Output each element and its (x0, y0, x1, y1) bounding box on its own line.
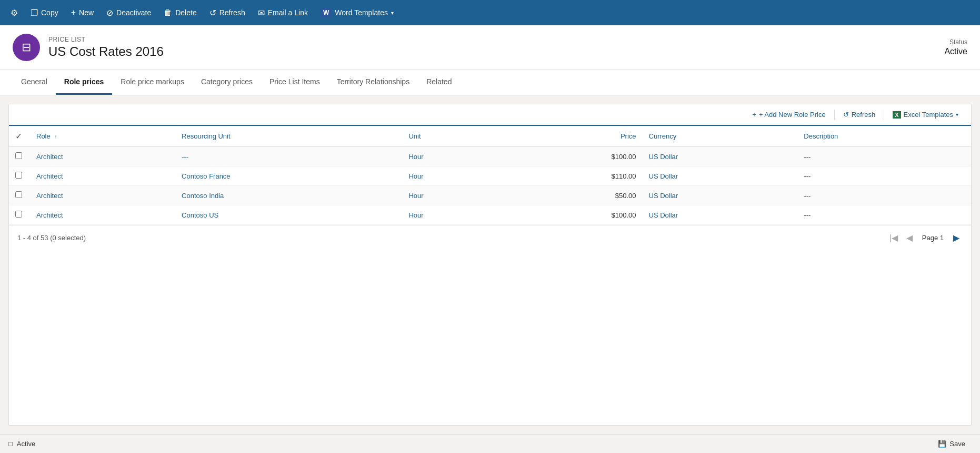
copy-icon: ❐ (31, 8, 38, 18)
status-value: Active (944, 47, 967, 56)
word-icon: W (321, 8, 332, 17)
excel-label: Excel Templates (904, 111, 953, 119)
excel-templates-btn[interactable]: X Excel Templates ▾ (888, 109, 963, 121)
th-check: ✓ (9, 126, 30, 147)
row-price-3: $100.00 (504, 205, 643, 225)
page-label: Page 1 (918, 234, 948, 242)
data-table: ✓ Role ↑ Resourcing Unit Unit Price (9, 126, 971, 225)
toolbar-new-btn[interactable]: + New (65, 0, 100, 25)
entity-name: US Cost Rates 2016 (48, 44, 164, 59)
row-role-1[interactable]: Architect (30, 166, 175, 186)
status-bar-icon: □ (8, 440, 13, 448)
row-check-2[interactable] (9, 186, 30, 205)
row-description-0: --- (797, 147, 971, 166)
row-unit-1[interactable]: Hour (402, 166, 504, 186)
excel-icon: X (893, 111, 901, 119)
toolbar-delete-btn[interactable]: 🗑 Delete (157, 0, 203, 25)
excel-dropdown-icon: ▾ (956, 112, 958, 117)
table-row[interactable]: Architect --- Hour $100.00 US Dollar --- (9, 147, 971, 166)
row-unit-0[interactable]: Hour (402, 147, 504, 166)
th-currency[interactable]: Currency (643, 126, 798, 147)
status-label: Status (944, 38, 967, 46)
toolbar-word-btn[interactable]: W Word Templates ▾ (314, 0, 400, 25)
th-price[interactable]: Price (504, 126, 643, 147)
row-check-0[interactable] (9, 147, 30, 166)
row-resourcing-unit-3[interactable]: Contoso US (175, 205, 402, 225)
email-icon: ✉ (258, 8, 265, 18)
save-button[interactable]: 💾 Save (932, 438, 972, 450)
row-check-1[interactable] (9, 166, 30, 186)
row-unit-2[interactable]: Hour (402, 186, 504, 205)
th-resourcing-unit[interactable]: Resourcing Unit (175, 126, 402, 147)
toolbar-email-btn[interactable]: ✉ Email a Link (252, 0, 314, 25)
table-refresh-btn[interactable]: ↺ Refresh (839, 109, 880, 121)
row-role-2[interactable]: Architect (30, 186, 175, 205)
delete-icon: 🗑 (164, 8, 172, 17)
main-content: + + Add New Role Price ↺ Refresh X Excel… (0, 95, 980, 434)
th-unit[interactable]: Unit (402, 126, 504, 147)
table-header-row: ✓ Role ↑ Resourcing Unit Unit Price (9, 126, 971, 147)
word-dropdown-icon: ▾ (391, 10, 394, 16)
th-role[interactable]: Role ↑ (30, 126, 175, 147)
row-resourcing-unit-2[interactable]: Contoso India (175, 186, 402, 205)
toolbar-separator-2 (884, 110, 884, 120)
row-unit-3[interactable]: Hour (402, 205, 504, 225)
tab-territory-relationships[interactable]: Territory Relationships (328, 70, 418, 95)
th-description[interactable]: Description (797, 126, 971, 147)
tabs-area: General Role prices Role price markups C… (0, 70, 980, 95)
row-checkbox-3[interactable] (15, 211, 22, 218)
delete-label: Delete (175, 8, 196, 17)
status-bar-left: □ Active (8, 440, 35, 448)
table-row[interactable]: Architect Contoso France Hour $110.00 US… (9, 166, 971, 186)
new-label: New (79, 8, 94, 17)
tab-related[interactable]: Related (418, 70, 460, 95)
tab-role-price-markups[interactable]: Role price markups (112, 70, 193, 95)
row-checkbox-0[interactable] (15, 152, 22, 159)
row-role-0[interactable]: Architect (30, 147, 175, 166)
entity-info: PRICE LIST US Cost Rates 2016 (48, 36, 164, 59)
price-col-label: Price (621, 132, 636, 140)
table-row[interactable]: Architect Contoso India Hour $50.00 US D… (9, 186, 971, 205)
toolbar-settings-btn[interactable]: ⚙ (4, 0, 24, 25)
role-col-label: Role (36, 132, 51, 140)
row-description-3: --- (797, 205, 971, 225)
row-currency-3[interactable]: US Dollar (643, 205, 798, 225)
tab-general[interactable]: General (13, 70, 56, 95)
tab-role-prices[interactable]: Role prices (56, 70, 112, 95)
row-currency-0[interactable]: US Dollar (643, 147, 798, 166)
add-icon: + (752, 111, 756, 119)
entity-type-label: PRICE LIST (48, 36, 164, 43)
role-sort-icon: ↑ (54, 134, 57, 140)
table-body: Architect --- Hour $100.00 US Dollar ---… (9, 147, 971, 225)
row-price-1: $110.00 (504, 166, 643, 186)
next-page-btn[interactable]: ▶ (950, 231, 963, 245)
table-refresh-icon: ↺ (843, 111, 849, 119)
toolbar-refresh-btn[interactable]: ↺ Refresh (203, 0, 252, 25)
pagination-summary: 1 - 4 of 53 (0 selected) (17, 234, 86, 242)
add-new-role-price-btn[interactable]: + + Add New Role Price (748, 109, 829, 121)
row-check-3[interactable] (9, 205, 30, 225)
row-checkbox-2[interactable] (15, 191, 22, 198)
row-checkbox-1[interactable] (15, 172, 22, 179)
toolbar-deactivate-btn[interactable]: ⊘ Deactivate (100, 0, 157, 25)
entity-header: ⊟ PRICE LIST US Cost Rates 2016 Status A… (0, 25, 980, 70)
toolbar-separator-1 (834, 110, 835, 120)
save-label: Save (949, 440, 965, 448)
first-page-btn[interactable]: |◀ (886, 231, 901, 245)
toolbar-copy-btn[interactable]: ❐ Copy (24, 0, 65, 25)
entity-icon-symbol: ⊟ (22, 41, 31, 54)
row-description-2: --- (797, 186, 971, 205)
check-all-icon[interactable]: ✓ (15, 132, 22, 141)
row-resourcing-unit-1[interactable]: Contoso France (175, 166, 402, 186)
email-label: Email a Link (268, 8, 308, 17)
copy-label: Copy (41, 8, 58, 17)
prev-page-btn[interactable]: ◀ (903, 231, 916, 245)
tab-price-list-items[interactable]: Price List Items (261, 70, 328, 95)
refresh-label: Refresh (219, 8, 245, 17)
row-currency-1[interactable]: US Dollar (643, 166, 798, 186)
row-resourcing-unit-0[interactable]: --- (175, 147, 402, 166)
row-currency-2[interactable]: US Dollar (643, 186, 798, 205)
tab-category-prices[interactable]: Category prices (193, 70, 261, 95)
row-role-3[interactable]: Architect (30, 205, 175, 225)
table-row[interactable]: Architect Contoso US Hour $100.00 US Dol… (9, 205, 971, 225)
